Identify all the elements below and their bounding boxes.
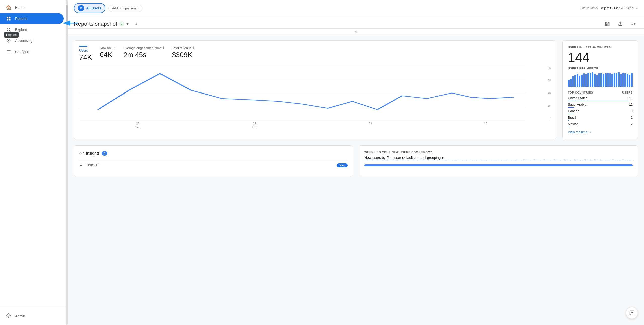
sidebar-scrollbar[interactable] — [66, 0, 68, 325]
channel-chart-bar — [364, 164, 633, 166]
page-header-right — [603, 19, 638, 28]
sidebar-item-reports[interactable]: Reports — [0, 13, 64, 24]
countries-list: United States 111 Saudi Arabia 12 — [568, 96, 633, 127]
top-bar-left: A All Users Add comparison + — [74, 3, 142, 13]
bar-mini — [616, 73, 618, 87]
x-label-sep25: 25Sep — [135, 122, 140, 129]
reports-tooltip: Reports — [4, 32, 19, 38]
bar-mini — [581, 75, 583, 87]
country-mx-count: 2 — [631, 122, 633, 126]
chart-svg — [79, 65, 551, 121]
date-dropdown-icon: ▾ — [636, 6, 638, 10]
home-icon: 🏠 — [6, 5, 11, 10]
reports-icon — [6, 16, 11, 21]
chat-fab-button[interactable] — [626, 307, 638, 319]
sidebar-item-admin[interactable]: Admin — [6, 311, 62, 321]
insight-star-icon: ✦ — [79, 163, 83, 168]
sidebar-item-configure[interactable]: Configure — [0, 46, 64, 57]
explore-icon — [6, 27, 11, 32]
page-header: Reports snapshot ✓ ▾ ∧ — [68, 16, 644, 29]
bar-mini — [585, 74, 587, 87]
stats-row: Users 74K New users 64K — [74, 40, 638, 139]
country-br-bar — [568, 120, 569, 121]
country-mx-name: Mexico — [568, 122, 578, 126]
x-label-oct02: 02Oct — [252, 122, 257, 129]
date-range[interactable]: Sep 23 - Oct 20, 2022 ▾ — [600, 6, 638, 10]
where-users-card: WHERE DO YOUR NEW USERS COME FROM? New u… — [359, 145, 638, 176]
bar-mini — [592, 72, 593, 87]
sidebar-item-advertising-label: Advertising — [15, 39, 32, 43]
bar-mini — [620, 74, 622, 87]
chart-y-labels: 8K 6K 4K 2K 0 — [543, 65, 551, 121]
page-title-dropdown[interactable]: ▾ — [126, 21, 129, 27]
country-sa-bar — [568, 107, 574, 108]
bar-mini — [598, 73, 600, 87]
insights-card: Insights 4 ✦ INSIGHT New — [74, 145, 353, 176]
svg-point-4 — [7, 28, 10, 31]
chart-x-labels: 25Sep 02Oct 09 16 — [79, 122, 551, 129]
countries-header: TOP COUNTRIES USERS — [568, 91, 633, 94]
sidebar-item-home[interactable]: 🏠 Home — [0, 2, 64, 13]
realtime-count: 144 — [568, 51, 633, 64]
bar-mini — [577, 74, 578, 87]
channel-dropdown-icon: ▾ — [442, 156, 444, 160]
collapse-button[interactable]: ∧ — [133, 20, 140, 27]
engagement-info-icon[interactable]: ℹ — [163, 46, 164, 50]
line-chart: 8K 6K 4K 2K 0 — [79, 65, 551, 121]
date-range-value: Sep 23 - Oct 20, 2022 — [600, 6, 634, 10]
channel-grouping-dropdown[interactable]: New users by First user default channel … — [364, 156, 633, 160]
country-sa-count: 12 — [629, 103, 633, 106]
compare-button[interactable] — [629, 19, 638, 28]
date-range-label: Last 28 days — [581, 6, 598, 10]
country-us-name: United States — [568, 96, 587, 100]
view-realtime-link[interactable]: View realtime → — [568, 130, 633, 134]
bar-mini — [603, 74, 605, 87]
page-check-icon: ✓ — [119, 21, 124, 26]
top-bar-right: Last 28 days Sep 23 - Oct 20, 2022 ▾ — [581, 6, 638, 10]
country-br-count: 2 — [631, 116, 633, 119]
insight-label: INSIGHT — [86, 163, 334, 167]
svg-rect-2 — [7, 19, 9, 21]
top-bar: A All Users Add comparison + Last 28 day… — [68, 0, 644, 16]
share-button[interactable] — [616, 19, 625, 28]
bar-mini — [614, 73, 615, 87]
svg-rect-15 — [607, 24, 608, 26]
metric-new-users-label[interactable]: New users — [100, 46, 115, 50]
metric-revenue-label[interactable]: Total revenue ℹ — [172, 46, 194, 50]
svg-rect-14 — [606, 22, 608, 23]
insight-row: ✦ INSIGHT New — [79, 160, 348, 171]
svg-line-5 — [10, 31, 11, 32]
add-comparison-button[interactable]: Add comparison + — [108, 5, 143, 12]
country-sa-name: Saudi Arabia — [568, 103, 586, 106]
admin-icon — [6, 313, 11, 319]
save-report-button[interactable] — [603, 19, 612, 28]
bar-mini — [600, 73, 602, 87]
realtime-header: USERS IN LAST 30 MINUTES — [568, 46, 633, 49]
y-label-8k: 8K — [543, 66, 551, 69]
country-row-sa: Saudi Arabia 12 — [568, 103, 633, 108]
segment-avatar: A — [78, 5, 84, 11]
country-row-mx: Mexico 2 — [568, 122, 633, 127]
metric-revenue-value: $309K — [172, 51, 194, 59]
bar-mini — [629, 75, 631, 87]
svg-point-7 — [8, 40, 9, 41]
metric-revenue: Total revenue ℹ $309K — [172, 46, 194, 59]
sidebar-item-reports-label: Reports — [15, 17, 27, 21]
sidebar-item-explore-label: Explore — [15, 28, 27, 32]
bar-mini — [605, 73, 607, 87]
section-collapse[interactable]: ∧ — [68, 29, 644, 34]
country-row-us: United States 111 — [568, 96, 633, 101]
revenue-info-icon[interactable]: ℹ — [193, 46, 194, 50]
segment-pill[interactable]: A All Users — [74, 3, 105, 13]
users-per-minute-chart — [568, 72, 633, 87]
sidebar: 🏠 Home Reports Reports Explore — [0, 0, 68, 325]
metric-users-label[interactable]: Users — [79, 49, 92, 52]
metric-new-users: New users 64K — [100, 46, 115, 59]
sidebar-item-configure-label: Configure — [15, 50, 30, 54]
section-collapse-icon: ∧ — [355, 30, 357, 33]
bar-mini — [624, 73, 626, 87]
metric-engagement-label[interactable]: Average engagement time ℹ — [123, 46, 164, 50]
y-label-4k: 4K — [543, 91, 551, 95]
page-header-left: Reports snapshot ✓ ▾ ∧ — [74, 20, 140, 27]
top-countries-label: TOP COUNTRIES — [568, 91, 593, 94]
